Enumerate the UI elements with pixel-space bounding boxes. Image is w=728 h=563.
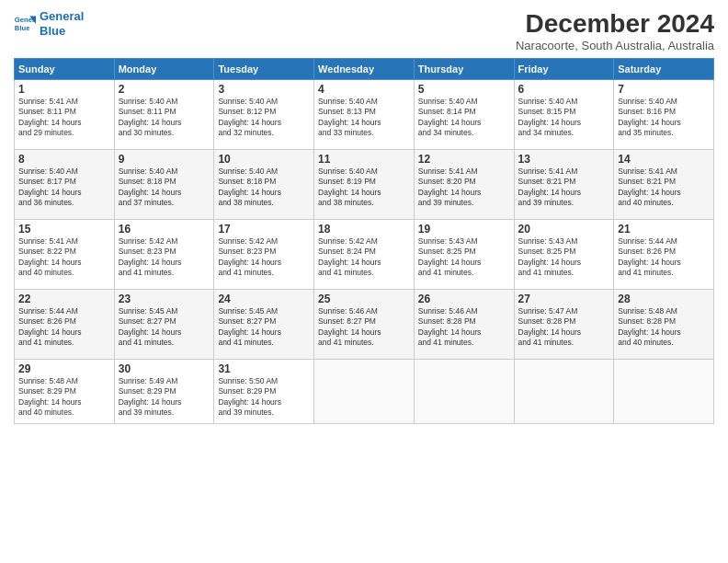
day-info: Sunrise: 5:40 AM Sunset: 8:19 PM Dayligh… [318, 167, 410, 209]
day-number: 10 [218, 153, 310, 166]
col-friday: Friday [514, 59, 614, 80]
day-info: Sunrise: 5:40 AM Sunset: 8:11 PM Dayligh… [119, 97, 210, 139]
day-info: Sunrise: 5:43 AM Sunset: 8:25 PM Dayligh… [518, 236, 610, 279]
day-info: Sunrise: 5:40 AM Sunset: 8:17 PM Dayligh… [18, 167, 110, 209]
col-sunday: Sunday [15, 59, 115, 80]
day-info: Sunrise: 5:40 AM Sunset: 8:12 PM Dayligh… [218, 97, 310, 139]
day-number: 17 [218, 223, 310, 236]
day-info: Sunrise: 5:45 AM Sunset: 8:27 PM Dayligh… [119, 306, 210, 349]
table-row [314, 360, 415, 424]
calendar-body: 1Sunrise: 5:41 AM Sunset: 8:11 PM Daylig… [15, 80, 714, 424]
day-number: 13 [518, 153, 610, 166]
table-row: 9Sunrise: 5:40 AM Sunset: 8:18 PM Daylig… [114, 150, 214, 220]
day-number: 31 [218, 362, 310, 375]
col-wednesday: Wednesday [314, 59, 415, 80]
day-number: 30 [119, 362, 210, 375]
subtitle: Naracoorte, South Australia, Australia [516, 39, 714, 52]
table-row: 28Sunrise: 5:48 AM Sunset: 8:28 PM Dayli… [614, 290, 714, 360]
day-info: Sunrise: 5:43 AM Sunset: 8:25 PM Dayligh… [418, 236, 510, 279]
table-row: 22Sunrise: 5:44 AM Sunset: 8:26 PM Dayli… [15, 290, 115, 360]
col-saturday: Saturday [614, 59, 714, 80]
day-number: 24 [218, 293, 310, 305]
day-info: Sunrise: 5:48 AM Sunset: 8:28 PM Dayligh… [618, 306, 710, 349]
day-info: Sunrise: 5:47 AM Sunset: 8:28 PM Dayligh… [518, 306, 610, 349]
day-info: Sunrise: 5:50 AM Sunset: 8:29 PM Dayligh… [218, 376, 310, 419]
day-info: Sunrise: 5:41 AM Sunset: 8:20 PM Dayligh… [418, 167, 510, 209]
day-number: 19 [418, 223, 510, 236]
col-thursday: Thursday [414, 59, 514, 80]
day-number: 14 [618, 153, 710, 166]
table-row: 26Sunrise: 5:46 AM Sunset: 8:28 PM Dayli… [414, 290, 514, 360]
table-row: 13Sunrise: 5:41 AM Sunset: 8:21 PM Dayli… [514, 150, 614, 220]
day-number: 8 [18, 153, 110, 166]
logo-line2: Blue [40, 24, 65, 38]
table-row: 25Sunrise: 5:46 AM Sunset: 8:27 PM Dayli… [314, 290, 415, 360]
table-row: 12Sunrise: 5:41 AM Sunset: 8:20 PM Dayli… [414, 150, 514, 220]
table-row [614, 360, 714, 424]
table-row: 10Sunrise: 5:40 AM Sunset: 8:18 PM Dayli… [214, 150, 314, 220]
table-row: 31Sunrise: 5:50 AM Sunset: 8:29 PM Dayli… [214, 360, 314, 424]
table-row [414, 360, 514, 424]
table-row: 16Sunrise: 5:42 AM Sunset: 8:23 PM Dayli… [114, 220, 214, 290]
day-number: 21 [618, 223, 710, 236]
day-info: Sunrise: 5:41 AM Sunset: 8:21 PM Dayligh… [618, 167, 710, 209]
table-row: 19Sunrise: 5:43 AM Sunset: 8:25 PM Dayli… [414, 220, 514, 290]
table-row: 7Sunrise: 5:40 AM Sunset: 8:16 PM Daylig… [614, 80, 714, 150]
day-number: 11 [318, 153, 410, 166]
day-info: Sunrise: 5:40 AM Sunset: 8:14 PM Dayligh… [418, 97, 510, 139]
page: General Blue General Blue December 2024 … [0, 0, 728, 563]
svg-text:Blue: Blue [15, 23, 30, 31]
day-info: Sunrise: 5:40 AM Sunset: 8:16 PM Dayligh… [618, 97, 710, 139]
header: General Blue General Blue December 2024 … [14, 9, 714, 52]
day-info: Sunrise: 5:40 AM Sunset: 8:18 PM Dayligh… [119, 167, 210, 209]
day-number: 20 [518, 223, 610, 236]
day-number: 9 [119, 153, 210, 166]
table-row: 18Sunrise: 5:42 AM Sunset: 8:24 PM Dayli… [314, 220, 415, 290]
table-row: 27Sunrise: 5:47 AM Sunset: 8:28 PM Dayli… [514, 290, 614, 360]
day-info: Sunrise: 5:41 AM Sunset: 8:11 PM Dayligh… [18, 97, 110, 139]
main-title: December 2024 [516, 9, 714, 39]
day-number: 3 [218, 83, 310, 96]
table-row: 14Sunrise: 5:41 AM Sunset: 8:21 PM Dayli… [614, 150, 714, 220]
day-number: 28 [618, 293, 710, 305]
day-number: 23 [119, 293, 210, 305]
day-info: Sunrise: 5:42 AM Sunset: 8:23 PM Dayligh… [119, 236, 210, 279]
header-row: Sunday Monday Tuesday Wednesday Thursday… [15, 59, 714, 80]
day-info: Sunrise: 5:41 AM Sunset: 8:21 PM Dayligh… [518, 167, 610, 209]
day-info: Sunrise: 5:40 AM Sunset: 8:13 PM Dayligh… [318, 97, 410, 139]
table-row: 11Sunrise: 5:40 AM Sunset: 8:19 PM Dayli… [314, 150, 415, 220]
day-info: Sunrise: 5:48 AM Sunset: 8:29 PM Dayligh… [18, 376, 110, 419]
table-row: 20Sunrise: 5:43 AM Sunset: 8:25 PM Dayli… [514, 220, 614, 290]
day-info: Sunrise: 5:46 AM Sunset: 8:27 PM Dayligh… [318, 306, 410, 349]
day-number: 29 [18, 362, 110, 375]
day-number: 15 [18, 223, 110, 236]
table-row: 1Sunrise: 5:41 AM Sunset: 8:11 PM Daylig… [15, 80, 115, 150]
calendar-header: Sunday Monday Tuesday Wednesday Thursday… [15, 59, 714, 80]
day-info: Sunrise: 5:40 AM Sunset: 8:18 PM Dayligh… [218, 167, 310, 209]
table-row: 8Sunrise: 5:40 AM Sunset: 8:17 PM Daylig… [15, 150, 115, 220]
day-info: Sunrise: 5:41 AM Sunset: 8:22 PM Dayligh… [18, 236, 110, 279]
table-row [514, 360, 614, 424]
day-number: 12 [418, 153, 510, 166]
day-info: Sunrise: 5:42 AM Sunset: 8:24 PM Dayligh… [318, 236, 410, 279]
day-info: Sunrise: 5:44 AM Sunset: 8:26 PM Dayligh… [618, 236, 710, 279]
title-block: December 2024 Naracoorte, South Australi… [516, 9, 714, 52]
table-row: 6Sunrise: 5:40 AM Sunset: 8:15 PM Daylig… [514, 80, 614, 150]
table-row: 4Sunrise: 5:40 AM Sunset: 8:13 PM Daylig… [314, 80, 415, 150]
table-row: 23Sunrise: 5:45 AM Sunset: 8:27 PM Dayli… [114, 290, 214, 360]
day-number: 18 [318, 223, 410, 236]
table-row: 3Sunrise: 5:40 AM Sunset: 8:12 PM Daylig… [214, 80, 314, 150]
day-info: Sunrise: 5:45 AM Sunset: 8:27 PM Dayligh… [218, 306, 310, 349]
day-info: Sunrise: 5:40 AM Sunset: 8:15 PM Dayligh… [518, 97, 610, 139]
logo-line1: General [40, 9, 84, 23]
table-row: 30Sunrise: 5:49 AM Sunset: 8:29 PM Dayli… [114, 360, 214, 424]
day-number: 2 [119, 83, 210, 96]
table-row: 15Sunrise: 5:41 AM Sunset: 8:22 PM Dayli… [15, 220, 115, 290]
day-number: 26 [418, 293, 510, 305]
day-number: 16 [119, 223, 210, 236]
table-row: 29Sunrise: 5:48 AM Sunset: 8:29 PM Dayli… [15, 360, 115, 424]
day-number: 22 [18, 293, 110, 305]
table-row: 5Sunrise: 5:40 AM Sunset: 8:14 PM Daylig… [414, 80, 514, 150]
table-row: 21Sunrise: 5:44 AM Sunset: 8:26 PM Dayli… [614, 220, 714, 290]
day-info: Sunrise: 5:42 AM Sunset: 8:23 PM Dayligh… [218, 236, 310, 279]
